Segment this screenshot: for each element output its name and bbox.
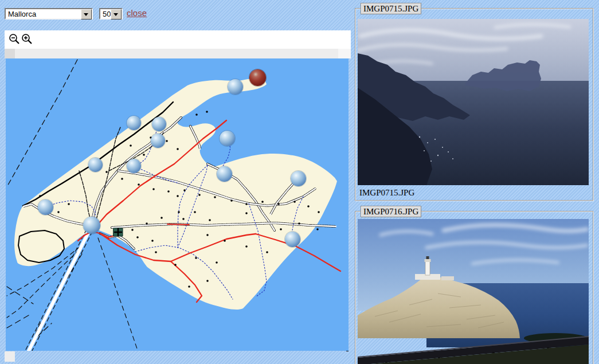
zoom-level-select[interactable]: 50	[99, 8, 123, 19]
photo-panel-2: IMGP0716.JPG	[355, 211, 594, 364]
close-link[interactable]: close	[127, 8, 147, 18]
map-corner-square	[338, 49, 351, 58]
zoom-level-value: 50	[103, 10, 111, 18]
zoom-level-dropdown-button[interactable]	[111, 9, 122, 19]
map-browser-window: Mallorca 50 close	[0, 0, 599, 364]
map-marker[interactable]	[228, 79, 243, 95]
map-marker[interactable]	[127, 159, 141, 173]
photo-2-thumbnail[interactable]	[358, 219, 589, 364]
photo-1-caption: IMGP0715.JPG	[359, 188, 414, 198]
map-marker[interactable]	[152, 117, 166, 131]
chevron-down-icon	[84, 13, 88, 16]
map-top-strip	[5, 49, 351, 58]
map-marker[interactable]	[88, 158, 103, 172]
region-select-value: Mallorca	[8, 10, 36, 18]
map-toolbar	[5, 30, 351, 49]
map-bottom-corner-square	[5, 351, 15, 362]
magnifier-plus-icon	[21, 33, 33, 46]
zoom-in-button[interactable]	[21, 33, 33, 46]
photo-1-thumbnail[interactable]	[358, 19, 589, 185]
map-markers-layer	[6, 58, 349, 351]
map-marker[interactable]	[285, 232, 300, 247]
region-select[interactable]: Mallorca	[5, 8, 93, 19]
map-marker[interactable]	[151, 134, 165, 148]
map-marker[interactable]	[220, 131, 235, 146]
photo-2-legend: IMGP0716.JPG	[361, 206, 421, 217]
zoom-out-button[interactable]	[8, 33, 21, 46]
map-marker[interactable]	[83, 217, 100, 234]
map-corner-square	[5, 49, 15, 58]
magnifier-minus-icon	[8, 33, 21, 46]
map-marker[interactable]	[291, 171, 306, 186]
map-marker[interactable]	[217, 166, 232, 182]
photo-2-image	[358, 219, 589, 364]
region-select-dropdown-button[interactable]	[81, 9, 92, 19]
photo-panel-1: IMGP0715.JPG	[355, 8, 594, 201]
map-marker[interactable]	[127, 116, 141, 130]
map-marker-selected[interactable]	[249, 69, 266, 86]
map-marker[interactable]	[38, 199, 53, 215]
photo-1-image	[358, 19, 589, 185]
chevron-down-icon	[113, 13, 118, 16]
photo-1-legend: IMGP0715.JPG	[361, 3, 421, 14]
